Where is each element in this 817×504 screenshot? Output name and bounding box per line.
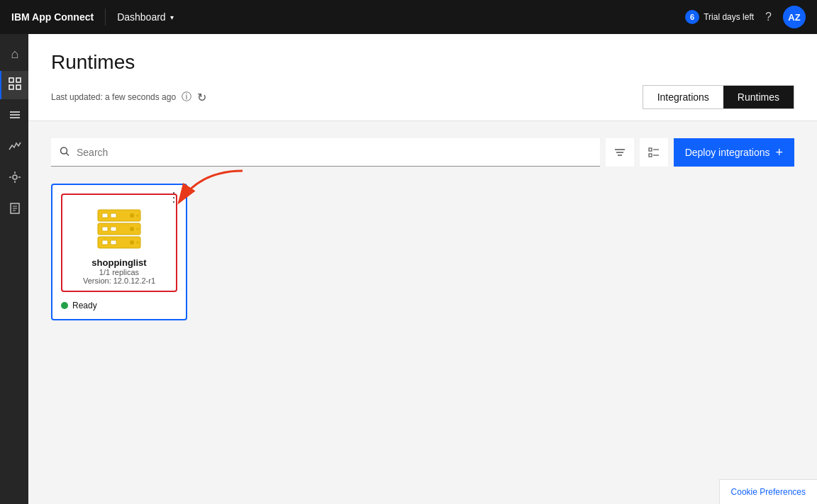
app-brand: IBM App Connect xyxy=(11,11,94,23)
svg-point-33 xyxy=(130,227,134,231)
status-label: Ready xyxy=(72,301,97,310)
tab-integrations[interactable]: Integrations xyxy=(643,86,723,108)
card-footer: Ready xyxy=(61,301,177,310)
tools-icon xyxy=(9,171,21,187)
sidebar-item-docs[interactable] xyxy=(0,196,28,224)
trial-days-number: 6 xyxy=(685,10,699,24)
svg-rect-1 xyxy=(16,78,21,82)
svg-rect-3 xyxy=(16,85,21,89)
svg-point-7 xyxy=(13,175,17,179)
monitor-icon xyxy=(9,140,21,156)
content-area: Deploy integrations + ⋮ xyxy=(28,121,817,504)
page-header: Runtimes Last updated: a few seconds ago… xyxy=(28,34,817,121)
dashboard-menu[interactable]: Dashboard ▾ xyxy=(117,11,174,23)
sidebar: ⌂ xyxy=(0,34,28,504)
cookie-preferences[interactable]: Cookie Preferences xyxy=(719,479,817,504)
tasks-icon xyxy=(9,108,21,125)
svg-line-17 xyxy=(67,153,70,156)
svg-rect-6 xyxy=(10,117,20,118)
svg-rect-21 xyxy=(649,148,652,151)
sidebar-item-monitor[interactable] xyxy=(0,133,28,162)
cards-grid: ⋮ xyxy=(51,184,794,320)
svg-rect-5 xyxy=(10,114,20,116)
search-icon xyxy=(60,147,70,159)
sidebar-item-integrations[interactable] xyxy=(0,71,28,99)
plus-icon: + xyxy=(775,145,783,160)
svg-rect-31 xyxy=(102,227,108,231)
tab-group: Integrations Runtimes xyxy=(643,85,794,109)
sidebar-item-tools[interactable] xyxy=(0,164,28,193)
main-content: Runtimes Last updated: a few seconds ago… xyxy=(28,34,817,504)
list-view-button[interactable] xyxy=(640,138,668,167)
integrations-icon xyxy=(9,77,21,94)
navbar-divider xyxy=(105,9,106,26)
runtime-card[interactable]: ⋮ xyxy=(51,184,187,320)
page-title: Runtimes xyxy=(51,51,794,74)
card-replicas: 1/1 replicas xyxy=(68,268,170,276)
svg-rect-22 xyxy=(649,154,652,157)
trial-badge: 6 Trial days left xyxy=(685,10,754,24)
refresh-icon[interactable]: ↻ xyxy=(197,91,206,104)
navbar-right: 6 Trial days left ? AZ xyxy=(685,6,806,28)
chevron-down-icon: ▾ xyxy=(170,13,174,21)
svg-point-28 xyxy=(130,213,134,218)
svg-rect-36 xyxy=(102,240,108,245)
sidebar-item-home[interactable]: ⌂ xyxy=(0,40,28,68)
svg-rect-32 xyxy=(111,227,116,231)
svg-point-38 xyxy=(130,240,134,245)
svg-point-34 xyxy=(136,228,139,230)
toolbar: Deploy integrations + xyxy=(51,138,794,167)
svg-rect-2 xyxy=(9,85,13,89)
page-header-controls: Last updated: a few seconds ago ⓘ ↻ Inte… xyxy=(51,85,794,109)
last-updated-text: Last updated: a few seconds ago xyxy=(51,92,176,102)
search-wrapper xyxy=(51,138,600,167)
docs-icon xyxy=(9,202,21,218)
svg-rect-27 xyxy=(111,213,116,218)
svg-rect-37 xyxy=(111,240,116,245)
svg-rect-0 xyxy=(9,78,13,82)
help-icon[interactable]: ? xyxy=(765,11,772,23)
home-icon: ⌂ xyxy=(11,47,19,62)
sidebar-item-tasks[interactable] xyxy=(0,102,28,130)
deploy-label: Deploy integrations xyxy=(685,147,770,158)
trial-days-label: Trial days left xyxy=(704,12,754,22)
svg-point-16 xyxy=(61,147,67,154)
svg-rect-4 xyxy=(10,111,20,113)
card-inner-box: shoppinglist 1/1 replicas Version: 12.0.… xyxy=(61,194,177,292)
svg-point-39 xyxy=(136,241,139,244)
avatar[interactable]: AZ xyxy=(783,6,806,28)
card-version: Version: 12.0.12.2-r1 xyxy=(68,276,170,285)
search-input[interactable] xyxy=(51,138,600,167)
top-navbar: IBM App Connect Dashboard ▾ 6 Trial days… xyxy=(0,0,817,34)
last-updated-info: Last updated: a few seconds ago ⓘ ↻ xyxy=(51,91,206,104)
deploy-integrations-button[interactable]: Deploy integrations + xyxy=(674,138,794,167)
filter-button[interactable] xyxy=(606,138,634,167)
svg-rect-26 xyxy=(102,213,108,218)
card-overflow-menu-button[interactable]: ⋮ xyxy=(167,191,180,203)
tab-runtimes[interactable]: Runtimes xyxy=(723,86,794,108)
cookie-prefs-label: Cookie Preferences xyxy=(731,487,806,497)
card-name: shoppinglist xyxy=(68,257,170,268)
dashboard-label: Dashboard xyxy=(117,11,166,23)
svg-point-29 xyxy=(136,214,139,217)
status-dot xyxy=(61,302,68,309)
info-icon[interactable]: ⓘ xyxy=(182,91,191,103)
card-icon-area xyxy=(68,206,170,249)
runtime-server-icon xyxy=(91,206,148,249)
